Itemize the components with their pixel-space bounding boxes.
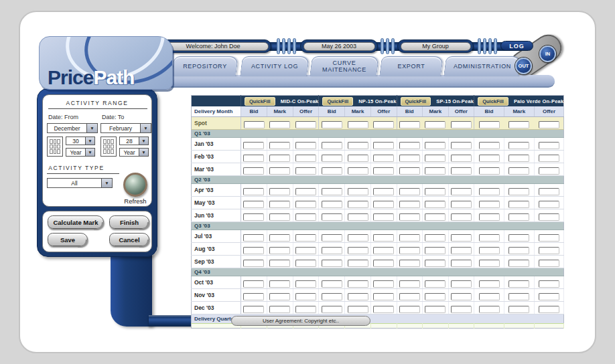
- price-input[interactable]: [451, 247, 472, 254]
- price-input[interactable]: [322, 280, 342, 288]
- price-input[interactable]: [243, 155, 264, 162]
- price-input[interactable]: [399, 142, 420, 149]
- price-input[interactable]: [348, 306, 368, 313]
- price-input[interactable]: [322, 213, 342, 221]
- price-input[interactable]: [539, 167, 559, 175]
- price-input[interactable]: [295, 167, 316, 175]
- price-input[interactable]: [269, 293, 290, 300]
- price-input[interactable]: [539, 213, 559, 221]
- price-input[interactable]: [243, 260, 264, 267]
- price-input[interactable]: [269, 167, 290, 175]
- price-input[interactable]: [508, 201, 529, 208]
- from-calendar-icon[interactable]: [47, 136, 63, 157]
- price-input[interactable]: [243, 247, 264, 254]
- quickfill-button[interactable]: QuickFill: [245, 97, 275, 106]
- price-input[interactable]: [479, 306, 500, 313]
- price-input[interactable]: [539, 142, 559, 149]
- price-input[interactable]: [451, 293, 472, 300]
- price-input[interactable]: [322, 260, 342, 267]
- price-input[interactable]: [243, 167, 264, 175]
- price-input[interactable]: [425, 155, 446, 162]
- price-input[interactable]: [348, 234, 368, 242]
- price-input[interactable]: [539, 201, 559, 208]
- refresh-button[interactable]: [123, 173, 147, 197]
- price-input[interactable]: [508, 306, 529, 313]
- price-input[interactable]: [399, 293, 420, 300]
- price-input[interactable]: [399, 121, 420, 128]
- price-input[interactable]: [373, 121, 394, 128]
- price-input[interactable]: [373, 234, 394, 242]
- price-input[interactable]: [425, 213, 446, 221]
- price-input[interactable]: [425, 280, 446, 288]
- price-input[interactable]: [508, 213, 529, 221]
- price-input[interactable]: [243, 234, 264, 242]
- price-input[interactable]: [425, 167, 446, 175]
- price-input[interactable]: [373, 201, 394, 208]
- price-input[interactable]: [399, 188, 420, 195]
- price-input[interactable]: [322, 188, 342, 195]
- price-input[interactable]: [399, 234, 420, 242]
- chevron-down-icon[interactable]: ▼: [139, 148, 149, 157]
- price-input[interactable]: [399, 306, 420, 313]
- price-input[interactable]: [508, 280, 529, 288]
- price-input[interactable]: [243, 142, 264, 149]
- price-input[interactable]: [451, 306, 472, 313]
- price-input[interactable]: [479, 234, 500, 242]
- price-input[interactable]: [479, 293, 500, 300]
- quickfill-button[interactable]: QuickFill: [478, 97, 508, 106]
- price-input[interactable]: [373, 188, 394, 195]
- quickfill-button[interactable]: QuickFill: [322, 97, 353, 106]
- price-input[interactable]: [425, 188, 446, 195]
- price-input[interactable]: [451, 142, 472, 149]
- chevron-down-icon[interactable]: ▼: [139, 136, 149, 145]
- from-day-select[interactable]: 30 ▼: [66, 136, 95, 145]
- tab-activity-log[interactable]: ACTIVITY LOG: [241, 56, 308, 76]
- price-input[interactable]: [539, 234, 559, 242]
- price-input[interactable]: [269, 247, 290, 254]
- price-input[interactable]: [243, 188, 264, 195]
- price-input[interactable]: [373, 247, 394, 254]
- price-input[interactable]: [348, 293, 368, 300]
- price-input[interactable]: [322, 201, 342, 208]
- price-input[interactable]: [322, 121, 342, 128]
- price-input[interactable]: [269, 213, 290, 221]
- price-input[interactable]: [322, 234, 342, 242]
- price-input[interactable]: [425, 260, 446, 267]
- price-input[interactable]: [425, 293, 446, 300]
- price-input[interactable]: [425, 121, 446, 128]
- price-input[interactable]: [479, 280, 500, 288]
- price-input[interactable]: [295, 201, 316, 208]
- price-input[interactable]: [479, 155, 500, 162]
- price-input[interactable]: [269, 234, 290, 242]
- price-input[interactable]: [295, 155, 316, 162]
- price-input[interactable]: [295, 247, 316, 254]
- price-input[interactable]: [539, 121, 559, 128]
- chevron-down-icon[interactable]: ▼: [141, 123, 151, 133]
- quickfill-button[interactable]: QuickFill: [401, 97, 431, 106]
- price-input[interactable]: [425, 201, 446, 208]
- price-input[interactable]: [348, 201, 368, 208]
- price-input[interactable]: [508, 155, 529, 162]
- price-input[interactable]: [539, 188, 559, 195]
- price-input[interactable]: [451, 201, 472, 208]
- price-input[interactable]: [451, 155, 472, 162]
- user-agreement-link[interactable]: User Agreement: Copyright etc..: [231, 316, 370, 326]
- price-input[interactable]: [322, 293, 342, 300]
- price-input[interactable]: [399, 260, 420, 267]
- price-input[interactable]: [479, 247, 500, 254]
- price-input[interactable]: [348, 188, 368, 195]
- price-input[interactable]: [373, 293, 394, 300]
- price-input[interactable]: [269, 142, 290, 149]
- price-input[interactable]: [322, 142, 342, 149]
- price-input[interactable]: [295, 293, 316, 300]
- price-input[interactable]: [295, 280, 316, 288]
- price-input[interactable]: [425, 247, 446, 254]
- to-calendar-icon[interactable]: [100, 136, 117, 157]
- price-input[interactable]: [373, 167, 394, 175]
- price-input[interactable]: [269, 121, 290, 128]
- price-input[interactable]: [348, 213, 368, 221]
- price-input[interactable]: [539, 247, 559, 254]
- cancel-button[interactable]: Cancel: [109, 233, 149, 246]
- price-input[interactable]: [451, 260, 472, 267]
- price-input[interactable]: [269, 188, 290, 195]
